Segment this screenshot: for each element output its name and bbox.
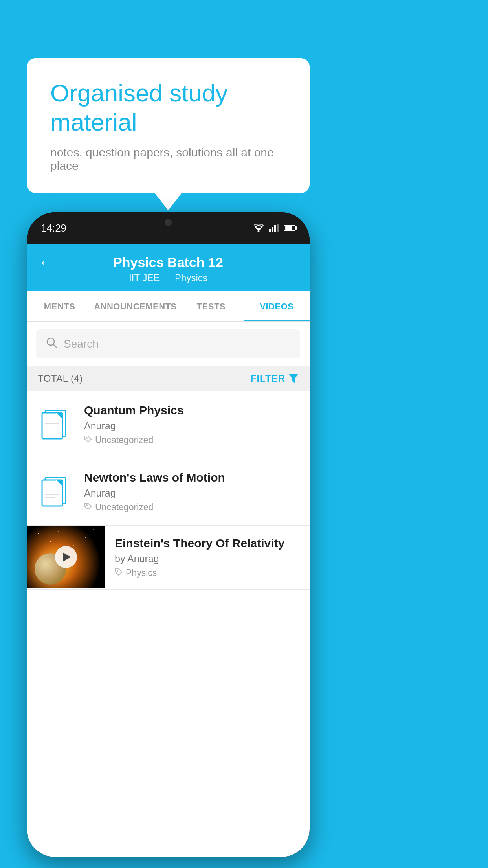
svg-point-29 (50, 541, 51, 542)
svg-point-26 (85, 537, 86, 538)
tag-icon-1 (84, 435, 92, 445)
back-button[interactable]: ← (39, 254, 53, 271)
filter-label: FILTER (251, 373, 285, 384)
tag-icon-3 (115, 568, 123, 578)
list-item[interactable]: Einstein's Theory Of Relativity by Anura… (27, 526, 310, 590)
video-info-2: Newton's Laws of Motion Anurag Uncategor… (84, 471, 299, 513)
search-icon (46, 337, 57, 351)
video-doc-icon-2 (38, 474, 73, 509)
tag-icon-2 (84, 502, 92, 513)
filter-bar: TOTAL (4) FILTER (27, 366, 310, 391)
svg-rect-3 (274, 225, 276, 232)
video-author-3: by Anurag (115, 553, 299, 565)
tab-announcements[interactable]: ANNOUNCEMENTS (92, 291, 178, 321)
svg-point-24 (38, 533, 39, 534)
filter-button[interactable]: FILTER (251, 373, 299, 384)
app-bar-subtitle: IIT JEE Physics (39, 272, 298, 283)
video-title-2: Newton's Laws of Motion (84, 471, 299, 484)
svg-point-25 (58, 531, 59, 532)
video-author-1: Anurag (84, 420, 299, 432)
phone-frame: 14:29 (27, 212, 310, 857)
status-time: 14:29 (41, 222, 66, 234)
list-item[interactable]: Newton's Laws of Motion Anurag Uncategor… (27, 458, 310, 526)
search-bar-container: Search (27, 322, 310, 366)
speech-bubble: Organised study material notes, question… (27, 58, 310, 193)
search-bar[interactable]: Search (36, 329, 300, 358)
svg-point-0 (258, 231, 260, 233)
tabs-bar: MENTS ANNOUNCEMENTS TESTS VIDEOS (27, 291, 310, 322)
subtitle-physics: Physics (175, 272, 207, 283)
tab-ments[interactable]: MENTS (27, 291, 92, 321)
svg-rect-2 (272, 227, 273, 232)
phone-screen: ← Physics Batch 12 IIT JEE Physics MENTS… (27, 244, 310, 857)
svg-rect-1 (269, 229, 271, 232)
video-tag-3: Physics (115, 568, 299, 578)
search-input[interactable]: Search (64, 338, 99, 350)
app-bar-top: ← Physics Batch 12 (39, 255, 298, 270)
video-info-3: Einstein's Theory Of Relativity by Anura… (105, 526, 310, 589)
svg-point-30 (117, 570, 118, 572)
speech-bubble-container: Organised study material notes, question… (27, 58, 310, 193)
video-tag-2: Uncategorized (84, 502, 299, 513)
subtitle-iitjee: IIT JEE (129, 272, 160, 283)
svg-point-23 (86, 504, 88, 506)
total-count: TOTAL (4) (38, 373, 83, 384)
play-button-3[interactable] (55, 546, 77, 568)
tag-text-3: Physics (126, 568, 157, 578)
wifi-icon (253, 224, 264, 232)
app-bar-title: Physics Batch 12 (113, 255, 223, 270)
svg-line-6 (53, 344, 57, 348)
app-bar: ← Physics Batch 12 IIT JEE Physics (27, 244, 310, 291)
tag-text-1: Uncategorized (95, 435, 153, 445)
tag-text-2: Uncategorized (95, 502, 153, 513)
video-author-2: Anurag (84, 487, 299, 499)
svg-marker-7 (289, 374, 298, 383)
status-bar: 14:29 (27, 212, 310, 244)
camera-dot (165, 219, 172, 226)
video-list: Quantum Physics Anurag Uncategorized (27, 391, 310, 590)
signal-icon (269, 224, 279, 232)
battery-icon (284, 225, 295, 231)
bubble-title: Organised study material (50, 79, 286, 137)
status-icons (253, 224, 295, 232)
tab-videos[interactable]: VIDEOS (244, 291, 310, 321)
video-tag-1: Uncategorized (84, 435, 299, 445)
video-title-3: Einstein's Theory Of Relativity (115, 537, 299, 550)
video-info-1: Quantum Physics Anurag Uncategorized (84, 404, 299, 445)
svg-point-27 (93, 529, 94, 530)
svg-rect-4 (277, 224, 279, 232)
tab-tests[interactable]: TESTS (178, 291, 244, 321)
filter-funnel-icon (288, 373, 299, 384)
list-item[interactable]: Quantum Physics Anurag Uncategorized (27, 391, 310, 458)
video-thumbnail-3 (27, 526, 105, 588)
video-title-1: Quantum Physics (84, 404, 299, 417)
svg-point-28 (73, 545, 74, 546)
svg-point-15 (86, 437, 88, 439)
video-doc-icon-1 (38, 407, 73, 442)
bubble-subtitle: notes, question papers, solutions all at… (50, 146, 286, 173)
notch (141, 212, 196, 233)
